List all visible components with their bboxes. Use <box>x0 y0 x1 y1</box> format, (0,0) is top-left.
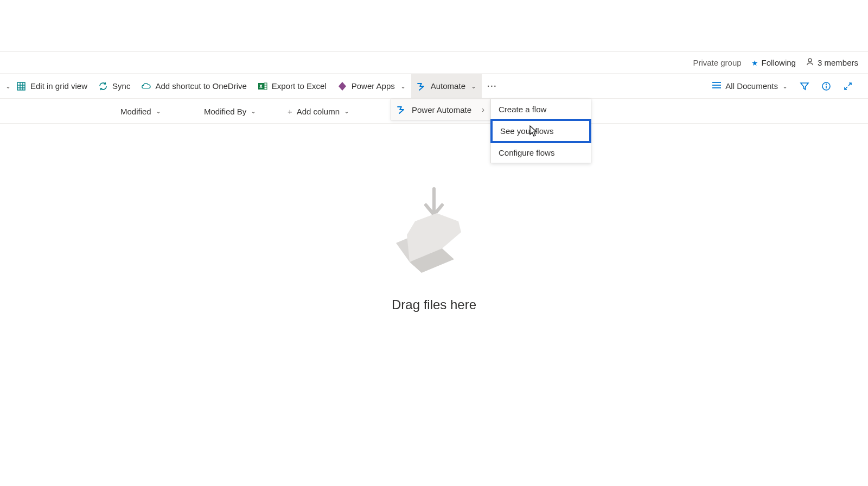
svg-rect-1 <box>17 82 25 90</box>
list-view-icon <box>712 81 721 91</box>
chevron-down-icon: ⌄ <box>471 82 476 90</box>
add-column-button[interactable]: + Add column ⌄ <box>288 99 349 124</box>
group-type-label: Private group <box>693 58 741 67</box>
add-shortcut-button[interactable]: Add shortcut to OneDrive <box>136 74 252 99</box>
column-modified-label: Modified <box>120 107 151 116</box>
power-automate-icon <box>397 105 406 114</box>
plus-icon: + <box>288 107 292 116</box>
chevron-down-icon: ⌄ <box>251 107 256 115</box>
view-selector-label: All Documents <box>725 81 778 91</box>
onedrive-shortcut-icon <box>141 81 151 91</box>
see-your-flows-highlight: See your flows <box>490 119 591 143</box>
site-header-meta: Private group ★ Following 3 members <box>0 52 868 74</box>
export-excel-button[interactable]: Export to Excel <box>252 74 332 99</box>
see-your-flows-menu-item[interactable]: See your flows <box>493 121 589 141</box>
chevron-down-icon: ⌄ <box>5 82 11 90</box>
empty-state: Drag files here <box>0 183 868 312</box>
members-label: 3 members <box>818 58 858 67</box>
svg-point-15 <box>826 84 827 84</box>
excel-icon <box>258 81 267 91</box>
automate-submenu: Power Automate › <box>391 99 492 120</box>
svg-rect-7 <box>264 83 267 89</box>
star-icon: ★ <box>751 59 758 67</box>
sync-button[interactable]: Sync <box>93 74 136 99</box>
grid-icon <box>16 81 26 91</box>
empty-folder-icon <box>388 183 480 276</box>
automate-icon <box>417 81 426 91</box>
add-shortcut-label: Add shortcut to OneDrive <box>155 81 246 91</box>
view-tools: All Documents ⌄ <box>708 77 865 95</box>
view-selector[interactable]: All Documents ⌄ <box>708 77 792 95</box>
command-bar: ⌄ Edit in grid view Sync Add shortcut to… <box>0 74 868 99</box>
create-flow-menu-item[interactable]: Create a flow <box>491 99 591 119</box>
top-blank-region <box>0 0 868 52</box>
truncated-command[interactable]: ⌄ <box>3 74 11 99</box>
sync-icon <box>98 81 108 91</box>
filter-button[interactable] <box>795 77 814 95</box>
power-apps-icon <box>337 81 347 91</box>
chevron-down-icon: ⌄ <box>344 107 349 115</box>
person-icon <box>806 57 814 68</box>
chevron-down-icon: ⌄ <box>782 82 788 90</box>
more-commands-button[interactable]: ··· <box>482 74 503 99</box>
automate-button[interactable]: Automate ⌄ <box>411 74 482 99</box>
column-modified[interactable]: Modified ⌄ <box>120 99 161 124</box>
power-automate-flyout: Create a flow See your flows Configure f… <box>490 99 591 163</box>
column-modified-by[interactable]: Modified By ⌄ <box>204 99 256 124</box>
sync-label: Sync <box>112 81 130 91</box>
column-modified-by-label: Modified By <box>204 107 246 116</box>
power-automate-label: Power Automate <box>412 105 471 114</box>
edit-in-grid-label: Edit in grid view <box>30 81 87 91</box>
power-apps-button[interactable]: Power Apps ⌄ <box>332 74 411 99</box>
chevron-right-icon: › <box>482 105 484 114</box>
chevron-down-icon: ⌄ <box>400 82 406 90</box>
add-column-label: Add column <box>297 107 340 116</box>
power-apps-label: Power Apps <box>352 81 395 91</box>
expand-icon <box>843 81 853 91</box>
following-label: Following <box>762 58 796 67</box>
members-button[interactable]: 3 members <box>806 57 858 68</box>
info-pane-button[interactable] <box>817 77 835 95</box>
expand-button[interactable] <box>839 77 857 95</box>
automate-label: Automate <box>431 81 465 91</box>
empty-state-label: Drag files here <box>392 297 476 312</box>
configure-flows-menu-item[interactable]: Configure flows <box>491 143 591 163</box>
info-icon <box>821 81 831 91</box>
edit-in-grid-button[interactable]: Edit in grid view <box>11 74 93 99</box>
svg-point-0 <box>808 59 812 62</box>
filter-icon <box>800 81 809 91</box>
following-button[interactable]: ★ Following <box>751 58 796 67</box>
ellipsis-icon: ··· <box>487 81 497 91</box>
chevron-down-icon: ⌄ <box>156 107 161 115</box>
export-excel-label: Export to Excel <box>272 81 327 91</box>
power-automate-menu-item[interactable]: Power Automate › <box>391 99 491 120</box>
